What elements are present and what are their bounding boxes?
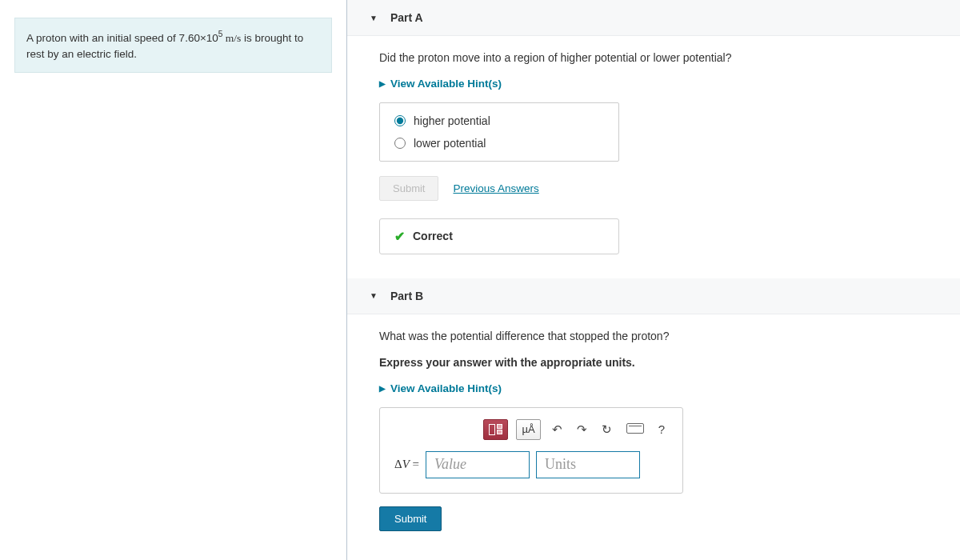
part-a-question: Did the proton move into a region of hig… [379,50,928,66]
part-b-title: Part B [390,290,423,302]
feedback-text: Correct [413,230,453,242]
radio-higher[interactable] [394,115,406,126]
part-a-options: higher potential lower potential [379,102,619,162]
option-lower-label: lower potential [414,137,486,150]
problem-panel: A proton with an initial speed of 7.60×1… [0,0,347,560]
keyboard-icon[interactable] [623,419,647,439]
part-b-submit-button[interactable]: Submit [379,506,442,531]
part-b-question: What was the potential difference that s… [379,329,928,345]
option-lower[interactable]: lower potential [394,137,604,150]
part-b-instruction: Express your answer with the appropriate… [379,355,928,371]
problem-statement: A proton with an initial speed of 7.60×1… [14,18,332,73]
radio-lower[interactable] [394,138,406,149]
option-higher-label: higher potential [414,114,490,127]
template-button[interactable] [483,419,508,440]
caret-down-icon: ▼ [370,14,378,22]
answer-input-row: ΔV = [394,451,668,478]
template-icon [489,424,502,435]
previous-answers-link[interactable]: Previous Answers [453,182,538,194]
part-b-header[interactable]: ▼ Part B [347,278,960,314]
hints-label: View Available Hint(s) [390,78,502,90]
part-b-hints-link[interactable]: ▶ View Available Hint(s) [379,382,928,394]
undo-icon[interactable]: ↶ [549,419,566,440]
part-b-body: What was the potential difference that s… [347,329,960,555]
part-a-hints-link[interactable]: ▶ View Available Hint(s) [379,78,928,90]
part-a-submit-button: Submit [379,176,438,201]
answer-box: µÅ ↶ ↷ ↻ ? ΔV = [379,407,683,494]
help-button[interactable]: ? [655,419,668,439]
units-button[interactable]: µÅ [516,419,540,440]
triangle-right-icon: ▶ [379,384,386,393]
part-a-submit-row: Submit Previous Answers [379,176,928,201]
problem-text-pre: A proton with an initial speed of 7.60×1… [26,32,218,44]
answer-toolbar: µÅ ↶ ↷ ↻ ? [394,419,668,440]
triangle-right-icon: ▶ [379,79,386,88]
problem-units: m/s [222,32,241,44]
part-a-feedback: ✔ Correct [379,218,619,254]
value-input[interactable] [426,451,530,478]
delta-v-label: ΔV = [394,458,419,471]
reset-icon[interactable]: ↻ [598,419,615,440]
part-a-header[interactable]: ▼ Part A [347,0,960,36]
units-input[interactable] [536,451,640,478]
redo-icon[interactable]: ↷ [574,419,590,440]
caret-down-icon: ▼ [370,291,378,300]
check-icon: ✔ [394,229,405,244]
part-a-body: Did the proton move into a region of hig… [347,50,960,278]
answer-panel: ▼ Part A Did the proton move into a regi… [347,0,960,560]
part-a-title: Part A [390,11,423,24]
option-higher[interactable]: higher potential [394,114,604,127]
hints-label: View Available Hint(s) [390,382,502,394]
